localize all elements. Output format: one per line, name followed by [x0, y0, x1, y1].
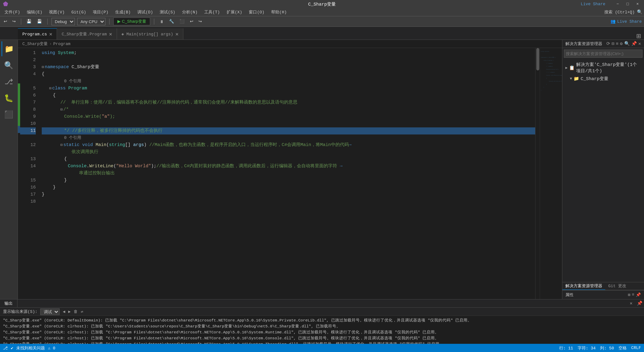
solution-search-box[interactable]	[564, 49, 642, 58]
output-source-select[interactable]: 调试	[40, 308, 60, 315]
status-no-issues: ✔	[11, 346, 13, 350]
code-lens-4: 0 个引用	[42, 78, 535, 85]
close-solution-icon[interactable]: ✕	[638, 41, 641, 46]
solution-explorer-title: 解决方案资源管理器	[565, 41, 602, 46]
code-line-10	[42, 120, 535, 127]
breadcrumb-class: Program	[53, 41, 70, 46]
maximize-button[interactable]: □	[624, 2, 631, 6]
tab-main-close[interactable]: ✕	[175, 31, 178, 37]
tab-program-class-close[interactable]: ✕	[109, 31, 112, 37]
search-solution-icon[interactable]: 🔍	[624, 41, 630, 46]
status-line: 行: 11	[559, 345, 573, 351]
code-line-3: ⊟ namespace C_Sharp变量	[42, 64, 535, 71]
output-line-3: "C_Sharp变量.exe" (CoreCLR: clrhost): 已加载 …	[3, 329, 641, 335]
menu-edit[interactable]: 编辑(E)	[24, 8, 46, 16]
status-space: 空格	[618, 345, 627, 351]
code-line-14-cont: 串通过控制台输出	[42, 170, 535, 177]
output-wrap-icon[interactable]: ⇌	[81, 309, 83, 314]
output-line-2: "C_Sharp变量.exe" (CoreCLR: clrhost): 已加载 …	[3, 323, 641, 329]
debug-mode-select[interactable]: Debug	[52, 18, 75, 25]
extensions-icon[interactable]: ⬛	[1, 107, 16, 122]
output-close-icon[interactable]: ✕	[627, 301, 636, 306]
collapse-12[interactable]: ⊟	[60, 142, 62, 149]
run-button[interactable]: ▶ C_Sharp变量	[113, 17, 150, 25]
output-line-1: "C_Sharp变量.exe" (CoreCLR: DefaultDomain)…	[3, 317, 641, 323]
menu-analyze[interactable]: 分析(N)	[179, 8, 201, 16]
properties-header: 属性 ⊞ ≡ 📌	[565, 292, 641, 298]
project-item[interactable]: ▼ 📁 C_Sharp变量	[564, 75, 642, 83]
output-content[interactable]: "C_Sharp变量.exe" (CoreCLR: DefaultDomain)…	[0, 316, 644, 344]
toolbar-btn-5[interactable]: 🔧	[168, 18, 176, 24]
code-line-5: ⊟ class Program	[42, 85, 535, 92]
code-line-12: ⊟ static void Main(string[] args) //Main…	[42, 142, 535, 149]
collapse-5[interactable]: ⊟	[49, 85, 52, 92]
code-line-6: {	[42, 92, 535, 99]
explorer-icon[interactable]: 📁	[1, 41, 16, 56]
search-activity-icon[interactable]: 🔍	[1, 58, 16, 73]
close-button[interactable]: ×	[634, 2, 641, 6]
code-content[interactable]: using System; ⊟ namespace C_Sharp变量 { 0 …	[39, 48, 535, 299]
properties-filter-icon[interactable]: ≡	[632, 292, 634, 297]
menu-build[interactable]: 生成(B)	[112, 8, 134, 16]
menu-window[interactable]: 窗口(O)	[246, 8, 268, 16]
solution-tab[interactable]: 解决方案资源管理器	[562, 282, 605, 290]
properties-close-icon[interactable]: 📌	[636, 292, 641, 297]
code-line-4: {	[42, 71, 535, 78]
menu-git[interactable]: Git(G)	[68, 9, 89, 15]
menu-extensions[interactable]: 扩展(X)	[224, 8, 245, 16]
new-tab-button[interactable]: ⊞	[633, 32, 644, 39]
toolbar-btn-7[interactable]: ↩	[188, 18, 195, 24]
properties-sort-icon[interactable]: ⊞	[628, 292, 630, 297]
output-pin-icon[interactable]: 📌	[636, 301, 644, 306]
code-line-9: Console.Write("a");	[42, 113, 535, 120]
collapse-all-icon[interactable]: ⊟	[612, 41, 614, 46]
solution-tree: ▶ 📋 解决方案'C_Sharp变量'(1个项目/共1个) ▼ 📁 C_Shar…	[562, 59, 644, 84]
save-button[interactable]: 💾	[25, 18, 33, 24]
undo-button[interactable]: ↩	[2, 18, 8, 24]
output-tab-output[interactable]: 输出	[0, 299, 18, 308]
menu-file[interactable]: 文件(F)	[2, 8, 23, 16]
pin-icon[interactable]: 📌	[631, 41, 637, 46]
git-icon[interactable]: ⎇	[1, 74, 16, 89]
toolbar-btn-6[interactable]: ⬛	[178, 18, 186, 24]
project-expand-icon: ▼	[570, 77, 572, 81]
tab-program-class-label: C_Sharp变量.Program	[62, 31, 107, 37]
filter-icon[interactable]: ≡	[616, 41, 618, 46]
menu-project[interactable]: 项目(P)	[90, 8, 112, 16]
git-changes-tab[interactable]: Git 更改	[605, 282, 629, 290]
code-editor[interactable]: 1 2 3 4 · 5 6 7 8 9 10 11 · 12 · 13 14 ·…	[18, 48, 562, 299]
collapse-3[interactable]: ⊟	[42, 64, 44, 71]
output-clear-icon[interactable]: 🗑	[74, 309, 78, 314]
menu-debug[interactable]: 调试(D)	[134, 8, 156, 16]
output-nav-prev[interactable]: ◀	[63, 309, 65, 314]
settings-solution-icon[interactable]: ⚙	[620, 41, 622, 46]
toolbar-btn-8[interactable]: ↪	[197, 18, 203, 24]
live-share-title[interactable]: Live Share	[581, 2, 605, 6]
live-share-button[interactable]: 👥 Live Share	[610, 19, 642, 24]
collapse-8[interactable]: ⊟	[60, 106, 62, 113]
breadcrumb-sep: ›	[49, 41, 52, 46]
tab-main[interactable]: ◈ Main(string[] args) ✕	[117, 28, 183, 39]
solution-search-input[interactable]	[564, 51, 642, 56]
redo-button[interactable]: ↪	[11, 18, 17, 24]
attach-button[interactable]: ⏸	[158, 18, 165, 24]
sync-icon[interactable]: ⟳	[606, 41, 610, 46]
tab-program-cs-close[interactable]: ✕	[49, 31, 52, 37]
minimize-button[interactable]: −	[614, 2, 621, 6]
code-line-13: {	[42, 156, 535, 163]
tab-program-class[interactable]: C_Sharp变量.Program ✕	[57, 28, 117, 39]
debug-activity-icon[interactable]: 🐛	[1, 90, 16, 105]
save-all-button[interactable]: 💾	[36, 18, 44, 24]
menu-tools[interactable]: 工具(T)	[201, 8, 223, 16]
output-nav-next[interactable]: ▶	[68, 309, 70, 314]
menu-view[interactable]: 视图(V)	[46, 8, 68, 16]
solution-root[interactable]: ▶ 📋 解决方案'C_Sharp变量'(1个项目/共1个)	[564, 61, 642, 75]
vertical-scrollbar[interactable]	[535, 48, 540, 299]
scrollbar-thumb[interactable]	[536, 48, 539, 70]
branch-icon: ⎇	[3, 346, 8, 350]
menu-help[interactable]: 帮助(H)	[268, 8, 290, 16]
status-char: 字符: 34	[578, 345, 596, 351]
menu-test[interactable]: 测试(S)	[157, 8, 178, 16]
tab-program-cs[interactable]: Program.cs ✕	[18, 28, 57, 39]
platform-select[interactable]: Any CPU	[77, 18, 106, 25]
